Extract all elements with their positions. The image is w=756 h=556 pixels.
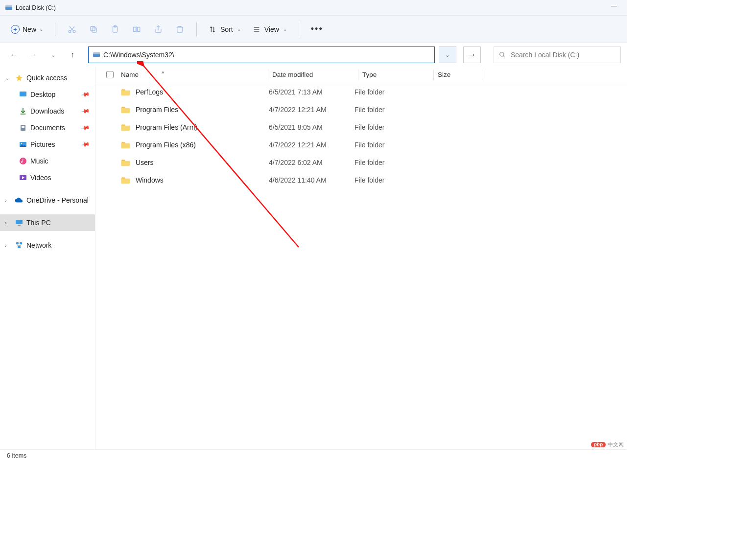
- sidebar-item-videos[interactable]: Videos: [0, 169, 95, 186]
- table-row[interactable]: Program Files 4/7/2022 12:21 AM File fol…: [95, 101, 627, 118]
- forward-button[interactable]: →: [25, 47, 41, 63]
- file-type: File folder: [354, 141, 425, 149]
- file-list: PerfLogs 6/5/2021 7:13 AM File folder Pr…: [95, 83, 627, 449]
- rename-button[interactable]: [127, 21, 146, 38]
- sidebar: ⌄ Quick access Desktop 📌 Downloads 📌 Doc…: [0, 67, 95, 449]
- share-button[interactable]: [148, 21, 168, 38]
- table-row[interactable]: Program Files (x86) 4/7/2022 12:21 AM Fi…: [95, 136, 627, 154]
- view-label: View: [264, 25, 279, 33]
- file-type: File folder: [354, 106, 425, 114]
- svg-point-27: [21, 143, 23, 144]
- network-icon: [15, 241, 24, 250]
- chevron-down-icon: ⌄: [237, 26, 241, 32]
- window-title: Local Disk (C:): [16, 4, 56, 11]
- minimize-button[interactable]: [611, 6, 617, 6]
- search-box[interactable]: [494, 46, 621, 63]
- svg-rect-19: [93, 52, 100, 54]
- table-row[interactable]: PerfLogs 6/5/2021 7:13 AM File folder: [95, 83, 627, 101]
- svg-rect-22: [20, 92, 26, 96]
- sidebar-network[interactable]: › Network: [0, 237, 95, 254]
- chevron-right-icon: ›: [5, 242, 12, 248]
- folder-icon: [121, 123, 131, 131]
- divider: [196, 23, 197, 36]
- recent-button[interactable]: ⌄: [45, 47, 61, 63]
- search-input[interactable]: [511, 51, 615, 59]
- more-button[interactable]: •••: [306, 21, 328, 37]
- cut-button[interactable]: [62, 21, 82, 38]
- pin-icon: 📌: [80, 123, 90, 133]
- svg-rect-31: [18, 225, 21, 226]
- svg-point-20: [500, 52, 504, 56]
- sidebar-item-downloads[interactable]: Downloads 📌: [0, 103, 95, 119]
- address-bar[interactable]: [88, 46, 435, 63]
- column-name[interactable]: Name˄: [121, 70, 268, 79]
- folder-icon: [121, 106, 131, 114]
- table-row[interactable]: Program Files (Arm) 6/5/2021 8:05 AM Fil…: [95, 118, 627, 136]
- sort-button[interactable]: Sort ⌄: [204, 23, 246, 36]
- sidebar-item-label: Downloads: [30, 107, 64, 115]
- new-label: New: [23, 25, 36, 33]
- pin-icon: 📌: [80, 106, 90, 116]
- back-button[interactable]: ←: [6, 47, 22, 63]
- sidebar-quick-access[interactable]: ⌄ Quick access: [0, 70, 95, 86]
- table-row[interactable]: Windows 4/6/2022 11:40 AM File folder: [95, 171, 627, 189]
- file-type: File folder: [354, 123, 425, 131]
- sort-label: Sort: [220, 25, 233, 33]
- sidebar-onedrive[interactable]: › OneDrive - Personal: [0, 192, 95, 208]
- music-icon: [19, 157, 27, 165]
- sidebar-item-label: Pictures: [30, 140, 55, 148]
- column-size[interactable]: Size: [438, 71, 482, 78]
- up-button[interactable]: ↑: [65, 47, 80, 63]
- chevron-right-icon: ›: [5, 220, 12, 226]
- folder-icon: [121, 159, 131, 166]
- copy-button[interactable]: [84, 21, 103, 38]
- svg-rect-14: [177, 27, 183, 32]
- view-button[interactable]: View ⌄: [248, 23, 292, 36]
- sort-asc-icon: ˄: [161, 70, 165, 79]
- sidebar-item-label: Desktop: [30, 91, 55, 98]
- file-name: Users: [136, 159, 269, 166]
- go-button[interactable]: →: [463, 46, 481, 63]
- column-type[interactable]: Type: [362, 71, 433, 78]
- svg-rect-6: [92, 28, 96, 32]
- sidebar-item-music[interactable]: Music: [0, 153, 95, 169]
- chevron-down-icon: ⌄: [283, 26, 287, 32]
- paste-button[interactable]: [105, 21, 125, 38]
- select-all-checkbox[interactable]: [106, 71, 121, 78]
- sidebar-item-desktop[interactable]: Desktop 📌: [0, 86, 95, 103]
- search-icon: [499, 51, 506, 58]
- status-bar: 6 items: [0, 449, 627, 461]
- pin-icon: 📌: [80, 90, 90, 99]
- table-row[interactable]: Users 4/7/2022 6:02 AM File folder: [95, 154, 627, 171]
- address-dropdown[interactable]: ⌄: [439, 46, 456, 63]
- toolbar: + New ⌄ Sort ⌄ View ⌄ •••: [0, 16, 627, 43]
- new-button[interactable]: + New ⌄: [6, 22, 48, 37]
- watermark: php 中文网: [591, 441, 624, 448]
- sidebar-item-label: Videos: [30, 174, 51, 182]
- file-type: File folder: [354, 88, 425, 96]
- svg-point-28: [20, 158, 26, 164]
- divider: [55, 23, 55, 36]
- column-date[interactable]: Date modified: [272, 71, 358, 78]
- onedrive-label: OneDrive - Personal: [26, 196, 89, 204]
- file-date: 4/7/2022 12:21 AM: [269, 106, 354, 114]
- sort-icon: [209, 25, 216, 33]
- pictures-icon: [19, 140, 27, 149]
- svg-rect-10: [133, 27, 136, 31]
- thispc-label: This PC: [26, 219, 51, 227]
- address-input[interactable]: [103, 51, 434, 59]
- svg-rect-11: [138, 27, 140, 31]
- delete-button[interactable]: [170, 21, 189, 38]
- chevron-right-icon: ›: [5, 197, 12, 203]
- divider: [299, 23, 299, 36]
- file-date: 6/5/2021 7:13 AM: [269, 88, 354, 96]
- quick-access-label: Quick access: [26, 74, 67, 82]
- sidebar-item-documents[interactable]: Documents 📌: [0, 119, 95, 136]
- main-area: ⌄ Quick access Desktop 📌 Downloads 📌 Doc…: [0, 67, 627, 449]
- sidebar-thispc[interactable]: › This PC: [0, 214, 95, 231]
- videos-icon: [19, 173, 27, 182]
- svg-rect-30: [16, 220, 23, 224]
- sidebar-item-pictures[interactable]: Pictures 📌: [0, 136, 95, 153]
- file-date: 6/5/2021 8:05 AM: [269, 123, 354, 131]
- sidebar-item-label: Documents: [30, 124, 65, 132]
